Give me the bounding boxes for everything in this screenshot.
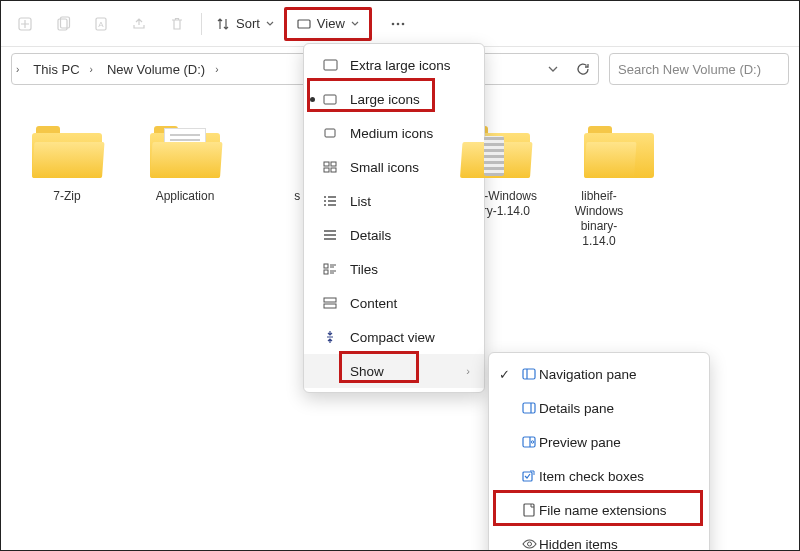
large-icon [322, 91, 338, 107]
chevron-right-icon: › [466, 365, 470, 377]
share-icon [131, 16, 147, 32]
item-label: s . [253, 189, 309, 204]
paste-button[interactable]: A [83, 6, 119, 42]
svg-rect-9 [324, 60, 337, 70]
menu-small-icons[interactable]: Small icons [304, 150, 484, 184]
copy-icon [55, 16, 71, 32]
menu-file-name-extensions[interactable]: File name extensions [489, 493, 709, 527]
content-icon [322, 295, 338, 311]
compact-icon [322, 329, 338, 345]
menu-preview-pane[interactable]: Preview pane [489, 425, 709, 459]
menu-list[interactable]: List [304, 184, 484, 218]
svg-rect-16 [324, 264, 328, 268]
refresh-button[interactable] [568, 54, 598, 84]
folder-icon [32, 126, 102, 178]
medium-icon [322, 125, 338, 141]
menu-medium-icons[interactable]: Medium icons [304, 116, 484, 150]
svg-rect-20 [523, 369, 535, 379]
small-icon [322, 159, 338, 175]
rename-button[interactable] [121, 6, 157, 42]
list-icon [322, 193, 338, 209]
refresh-icon [576, 62, 590, 76]
tiles-icon [322, 261, 338, 277]
toolbar: A Sort View [1, 1, 799, 47]
delete-button[interactable] [159, 6, 195, 42]
view-icon [297, 18, 311, 30]
menu-details[interactable]: Details [304, 218, 484, 252]
search-placeholder: Search New Volume (D:) [618, 62, 761, 77]
menu-tiles[interactable]: Tiles [304, 252, 484, 286]
chevron-down-icon [548, 64, 558, 74]
svg-point-7 [396, 22, 399, 25]
svg-rect-22 [523, 403, 535, 413]
folder-item-partial[interactable]: s . [253, 119, 309, 522]
new-button[interactable] [7, 6, 43, 42]
breadcrumb-volume[interactable]: New Volume (D:) [97, 62, 211, 77]
preview-pane-icon [521, 434, 537, 450]
check-icon: ✓ [499, 367, 510, 382]
sort-icon [216, 17, 230, 31]
sort-label: Sort [236, 16, 260, 31]
sort-button[interactable]: Sort [208, 6, 282, 42]
svg-rect-12 [324, 162, 329, 166]
details-icon [322, 227, 338, 243]
chevron-down-icon [351, 20, 359, 28]
menu-hidden-items[interactable]: Hidden items [489, 527, 709, 551]
chevron-right-icon[interactable]: › [86, 64, 97, 75]
svg-point-8 [401, 22, 404, 25]
navigation-pane-icon [521, 366, 537, 382]
search-input[interactable]: Search New Volume (D:) [609, 53, 789, 85]
checkbox-icon [521, 468, 537, 484]
svg-rect-18 [324, 298, 336, 302]
menu-compact-view[interactable]: Compact view [304, 320, 484, 354]
item-label: 7-Zip [17, 189, 117, 204]
folder-item[interactable]: 7-Zip [17, 119, 117, 522]
trash-icon [169, 16, 185, 32]
toolbar-divider [201, 13, 202, 35]
menu-details-pane[interactable]: Details pane [489, 391, 709, 425]
ellipsis-icon [390, 16, 406, 32]
chevron-right-icon[interactable]: › [12, 64, 23, 75]
svg-rect-28 [524, 504, 534, 516]
extra-large-icon [322, 57, 338, 73]
file-extensions-icon [521, 502, 537, 518]
menu-show[interactable]: Show › [304, 354, 484, 388]
menu-content[interactable]: Content [304, 286, 484, 320]
cut-icon [17, 16, 33, 32]
menu-large-icons[interactable]: Large icons [304, 82, 484, 116]
hidden-items-icon [521, 536, 537, 551]
svg-rect-10 [324, 95, 336, 104]
menu-navigation-pane[interactable]: ✓ Navigation pane [489, 357, 709, 391]
svg-rect-13 [331, 162, 336, 166]
svg-point-6 [391, 22, 394, 25]
menu-extra-large-icons[interactable]: Extra large icons [304, 48, 484, 82]
svg-point-26 [531, 441, 533, 443]
address-dropdown-button[interactable] [538, 54, 568, 84]
selected-bullet-icon [310, 97, 315, 102]
details-pane-icon [521, 400, 537, 416]
chevron-right-icon[interactable]: › [211, 64, 222, 75]
menu-item-check-boxes[interactable]: Item check boxes [489, 459, 709, 493]
view-button[interactable]: View [284, 7, 372, 41]
folder-icon [584, 126, 634, 178]
svg-point-29 [527, 542, 531, 546]
copy-button[interactable] [45, 6, 81, 42]
item-label: libheif-Windows binary-1.14.0 [563, 189, 635, 249]
svg-rect-17 [324, 270, 328, 274]
svg-rect-5 [298, 20, 310, 28]
folder-item[interactable]: Application [135, 119, 235, 522]
show-submenu: ✓ Navigation pane Details pane Preview p… [488, 352, 710, 551]
svg-rect-19 [324, 304, 336, 308]
svg-rect-15 [331, 168, 336, 172]
more-button[interactable] [380, 6, 416, 42]
folder-icon [150, 126, 220, 178]
chevron-down-icon [266, 20, 274, 28]
svg-rect-11 [325, 129, 335, 137]
item-label: Application [135, 189, 235, 204]
svg-rect-14 [324, 168, 329, 172]
paste-icon: A [93, 16, 109, 32]
breadcrumb-this-pc[interactable]: This PC [23, 62, 85, 77]
view-menu: Extra large icons Large icons Medium ico… [303, 43, 485, 393]
svg-text:A: A [98, 20, 104, 29]
view-label: View [317, 16, 345, 31]
